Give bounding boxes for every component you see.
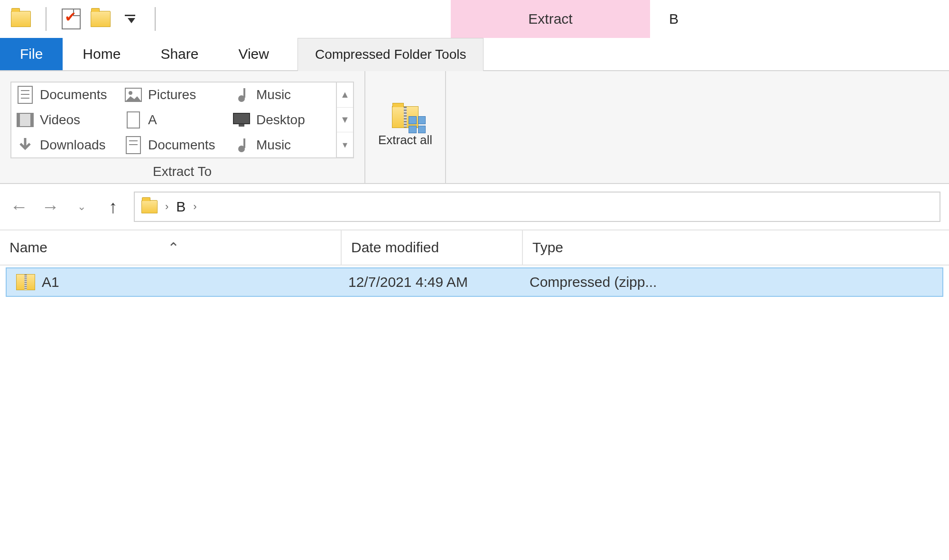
tab-home[interactable]: Home	[63, 38, 140, 70]
destination-documents-lib[interactable]: Documents	[120, 132, 228, 157]
scroll-up-button[interactable]: ▲	[337, 83, 353, 108]
desktop-icon	[233, 111, 251, 129]
column-label: Date modified	[351, 239, 439, 256]
chevron-right-icon: ›	[165, 201, 168, 213]
scroll-down-button[interactable]: ▼	[337, 108, 353, 133]
folder-icon	[141, 200, 158, 213]
properties-icon[interactable]	[61, 9, 82, 29]
breadcrumb-segment[interactable]: B	[176, 199, 186, 215]
tab-file[interactable]: File	[0, 38, 63, 70]
tab-share[interactable]: Share	[140, 38, 218, 70]
destination-videos[interactable]: Videos	[11, 108, 120, 133]
destination-label: Desktop	[256, 112, 305, 128]
destination-desktop[interactable]: Desktop	[228, 108, 336, 133]
ribbon-group-label: Extract To	[153, 160, 212, 179]
destination-label: Music	[256, 87, 291, 102]
back-button[interactable]: ←	[9, 196, 29, 217]
destination-label: Videos	[40, 112, 80, 128]
list-columns: Name ⌃ Date modified Type	[0, 230, 949, 266]
video-icon	[16, 111, 34, 129]
separator	[46, 7, 47, 31]
destination-documents[interactable]: Documents	[11, 83, 120, 108]
svg-rect-15	[239, 124, 244, 127]
destinations-scroll: ▲ ▼ ▾	[336, 83, 353, 157]
document-icon	[124, 136, 142, 154]
svg-point-16	[238, 146, 245, 152]
file-name: A1	[42, 274, 59, 290]
destination-music[interactable]: Music	[228, 83, 336, 108]
history-dropdown[interactable]: ⌄	[71, 196, 92, 217]
destination-a[interactable]: A	[120, 108, 228, 133]
picture-icon	[124, 86, 142, 104]
address-bar[interactable]: › B ›	[134, 192, 940, 222]
zip-file-icon	[16, 274, 35, 290]
svg-rect-5	[17, 113, 20, 127]
destination-label: Documents	[148, 138, 215, 153]
svg-rect-14	[233, 113, 250, 124]
svg-point-8	[129, 91, 132, 95]
music-icon	[233, 136, 251, 154]
folder-icon[interactable]	[10, 9, 31, 29]
window-title: B	[669, 11, 679, 27]
zip-folder-icon	[392, 106, 419, 128]
file-list: A1 12/7/2021 4:49 AM Compressed (zipp...	[0, 266, 949, 299]
destination-pictures[interactable]: Pictures	[120, 83, 228, 108]
destination-label: Downloads	[40, 138, 106, 153]
destination-label: Pictures	[148, 87, 196, 102]
ribbon-tabs: File Home Share View Compressed Folder T…	[0, 38, 949, 71]
up-button[interactable]: ↑	[102, 196, 123, 217]
nav-row: ← → ⌄ ↑ › B ›	[0, 184, 949, 230]
quick-access-toolbar	[0, 7, 161, 31]
column-type[interactable]: Type	[523, 230, 949, 265]
document-icon	[124, 111, 142, 129]
svg-point-13	[238, 95, 245, 102]
more-destinations-button[interactable]: ▾	[337, 132, 353, 157]
extract-all-label: Extract all	[378, 133, 432, 147]
destination-label: Music	[256, 138, 291, 153]
new-folder-icon[interactable]	[90, 9, 111, 29]
destination-label: A	[148, 112, 157, 128]
file-date: 12/7/2021 4:49 AM	[339, 274, 520, 290]
column-label: Name	[9, 239, 47, 256]
extract-all-button[interactable]: Extract all	[378, 106, 432, 147]
context-tab-header: Extract	[451, 0, 650, 38]
destination-label: Documents	[40, 87, 107, 102]
ribbon-group-extract-to: Documents Videos Downloads	[0, 71, 365, 183]
titlebar: Extract B	[0, 0, 949, 38]
svg-rect-6	[30, 113, 33, 127]
download-icon	[16, 136, 34, 154]
chevron-right-icon: ›	[193, 201, 196, 213]
document-icon	[16, 86, 34, 104]
list-item[interactable]: A1 12/7/2021 4:49 AM Compressed (zipp...	[6, 267, 943, 297]
extract-destinations: Documents Videos Downloads	[10, 82, 354, 158]
column-label: Type	[532, 239, 563, 256]
column-date-modified[interactable]: Date modified	[342, 230, 523, 265]
ribbon-body: Documents Videos Downloads	[0, 71, 949, 184]
music-icon	[233, 86, 251, 104]
forward-button[interactable]: →	[40, 196, 61, 217]
ribbon-group-extract-all: Extract all	[365, 71, 446, 183]
separator	[155, 7, 156, 31]
sort-asc-icon: ⌃	[167, 239, 179, 256]
file-type: Compressed (zipp...	[520, 274, 942, 290]
destination-music-lib[interactable]: Music	[228, 132, 336, 157]
column-name[interactable]: Name ⌃	[0, 230, 342, 265]
svg-rect-9	[127, 112, 140, 128]
customize-qat-button[interactable]	[120, 9, 140, 29]
tab-compressed-folder-tools[interactable]: Compressed Folder Tools	[298, 38, 484, 71]
tab-view[interactable]: View	[218, 38, 288, 70]
destination-downloads[interactable]: Downloads	[11, 132, 120, 157]
